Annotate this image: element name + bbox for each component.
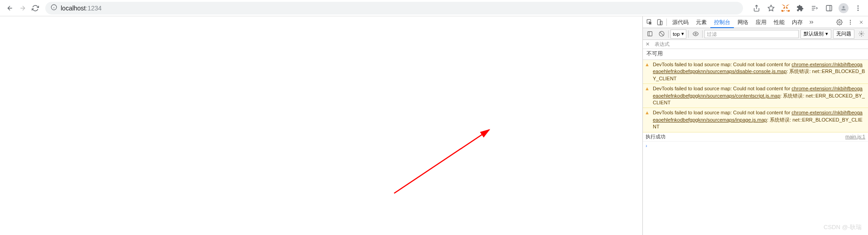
devtools-panel: 源代码 元素 控制台 网络 应用 性能 内存 [642,16,868,235]
console-warning-row: ▲DevTools failed to load source map: Cou… [643,60,868,84]
browser-menu-icon[interactable] [852,2,864,15]
console-warning-row: ▲DevTools failed to load source map: Cou… [643,108,868,132]
svg-rect-22 [647,32,652,36]
console-settings-gear-icon[interactable] [856,29,866,39]
warning-text: DevTools failed to load source map: Coul… [653,86,791,91]
prompt-chevron-icon: › [646,142,647,149]
url-port: :1234 [86,5,101,12]
console-prompt[interactable]: › [643,142,868,150]
console-sidebar-toggle-icon[interactable] [645,29,655,39]
expression-not-available: 不可用 [643,49,868,60]
close-icon[interactable]: ✕ [646,41,652,47]
address-bar[interactable]: localhost:1234 [45,2,743,15]
console-warning-row: ▲DevTools failed to load source map: Cou… [643,84,868,108]
log-message: 执行成功 [646,133,845,140]
side-panel-icon[interactable] [823,2,835,15]
annotation-arrow [390,125,494,198]
tab-application[interactable]: 应用 [752,16,770,28]
svg-point-18 [850,21,851,22]
devtools-close-icon[interactable] [856,17,866,27]
tab-memory[interactable]: 内存 [788,16,806,28]
warning-icon: ▲ [645,61,650,68]
svg-point-11 [858,10,859,11]
toolbar-right [750,2,864,15]
separator [688,30,689,38]
clear-console-icon[interactable] [656,29,666,39]
separator [666,19,667,26]
warning-text: DevTools failed to load source map: Coul… [653,110,791,115]
filter-input[interactable] [704,30,799,38]
tab-console[interactable]: 控制台 [710,16,734,28]
log-level-selector[interactable]: 默认级别 ▾ [800,29,831,39]
extensions-puzzle-icon[interactable] [794,2,806,15]
chevron-down-icon: ▾ [681,31,684,37]
metamask-extension-icon[interactable] [779,2,792,15]
expression-bar: ✕ 表达式 [643,40,868,49]
console-filter-bar: top ▾ 默认级别 ▾ 无问题 [643,28,868,40]
context-value: top [673,31,680,37]
svg-point-9 [858,5,859,7]
svg-point-16 [839,21,840,23]
console-log-row: 执行成功 main.js:1 [643,132,868,142]
tab-performance[interactable]: 性能 [770,16,788,28]
svg-marker-3 [768,5,774,11]
svg-point-27 [860,33,862,34]
level-value: 默认级别 [804,30,824,37]
svg-point-10 [858,7,859,9]
svg-line-25 [660,32,663,36]
bookmark-star-icon[interactable] [765,2,777,15]
reload-button[interactable] [29,2,42,15]
live-expression-eye-icon[interactable] [690,29,700,39]
warning-icon: ▲ [645,85,650,92]
svg-rect-7 [826,5,832,11]
site-info-icon[interactable] [51,4,57,12]
log-source-link[interactable]: main.js:1 [845,133,865,140]
more-tabs-icon[interactable] [806,17,816,27]
tab-network[interactable]: 网络 [734,16,752,28]
devtools-tabs: 源代码 元素 控制台 网络 应用 性能 内存 [643,16,868,28]
forward-button[interactable] [16,2,29,15]
chevron-down-icon: ▾ [825,31,828,37]
watermark: CSDN @-耿瑞 [824,223,862,231]
inspect-element-icon[interactable] [645,17,655,27]
expression-label: 表达式 [655,41,670,48]
warning-icon: ▲ [645,109,650,116]
profile-avatar-icon[interactable] [837,2,850,15]
browser-toolbar: localhost:1234 [0,0,868,16]
issues-button[interactable]: 无问题 [833,29,854,39]
settings-gear-icon[interactable] [834,17,844,27]
share-icon[interactable] [750,2,763,15]
separator [702,30,703,38]
svg-line-12 [394,130,489,193]
devtools-menu-icon[interactable] [845,17,855,27]
context-selector[interactable]: top ▾ [670,29,686,39]
tab-elements[interactable]: 元素 [692,16,710,28]
warning-text: DevTools failed to load source map: Coul… [653,62,791,67]
svg-point-26 [695,33,696,34]
svg-point-17 [850,20,851,20]
url-host: localhost [61,5,86,12]
separator [668,30,669,38]
tab-sources[interactable]: 源代码 [669,16,692,28]
console-output: ▲DevTools failed to load source map: Cou… [643,60,868,235]
svg-point-19 [850,23,851,24]
reading-list-icon[interactable] [808,2,821,15]
page-content [0,16,642,235]
back-button[interactable] [4,2,16,15]
device-toggle-icon[interactable] [655,17,665,27]
